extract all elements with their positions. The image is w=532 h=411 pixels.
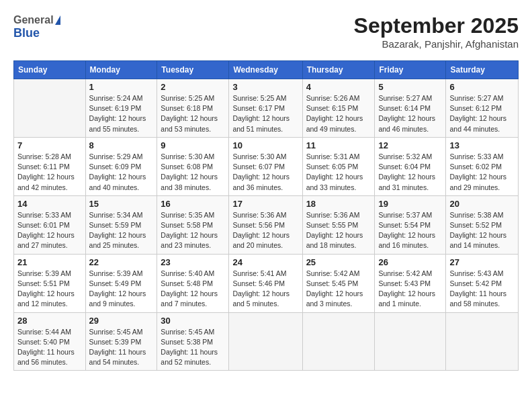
day-number: 9 xyxy=(161,140,225,150)
day-number: 13 xyxy=(449,140,515,150)
calendar-week-row: 14Sunrise: 5:33 AM Sunset: 6:01 PM Dayli… xyxy=(14,195,519,254)
logo: General Blue xyxy=(13,13,60,41)
day-info: Sunrise: 5:45 AM Sunset: 5:39 PM Dayligh… xyxy=(89,327,154,368)
calendar-week-row: 1Sunrise: 5:24 AM Sunset: 6:19 PM Daylig… xyxy=(14,79,519,138)
calendar-day-cell: 21Sunrise: 5:39 AM Sunset: 5:51 PM Dayli… xyxy=(14,254,86,312)
day-info: Sunrise: 5:25 AM Sunset: 6:18 PM Dayligh… xyxy=(161,93,225,134)
calendar-weekday-header: Wednesday xyxy=(229,61,302,79)
day-info: Sunrise: 5:37 AM Sunset: 5:54 PM Dayligh… xyxy=(378,210,442,251)
day-info: Sunrise: 5:27 AM Sunset: 6:12 PM Dayligh… xyxy=(449,93,515,134)
day-info: Sunrise: 5:42 AM Sunset: 5:43 PM Dayligh… xyxy=(378,269,442,310)
logo-icon xyxy=(55,15,60,25)
calendar-weekday-header: Thursday xyxy=(302,61,375,79)
day-info: Sunrise: 5:26 AM Sunset: 6:15 PM Dayligh… xyxy=(306,93,371,134)
day-info: Sunrise: 5:24 AM Sunset: 6:19 PM Dayligh… xyxy=(89,93,154,134)
day-number: 3 xyxy=(232,82,298,92)
calendar-day-cell: 5Sunrise: 5:27 AM Sunset: 6:14 PM Daylig… xyxy=(375,79,446,138)
day-info: Sunrise: 5:38 AM Sunset: 5:52 PM Dayligh… xyxy=(449,210,515,251)
day-info: Sunrise: 5:39 AM Sunset: 5:51 PM Dayligh… xyxy=(17,269,82,310)
calendar-day-cell: 14Sunrise: 5:33 AM Sunset: 6:01 PM Dayli… xyxy=(14,195,86,254)
day-number: 27 xyxy=(449,257,515,267)
calendar-day-cell: 16Sunrise: 5:35 AM Sunset: 5:58 PM Dayli… xyxy=(157,195,229,254)
day-number: 8 xyxy=(89,140,154,150)
day-info: Sunrise: 5:44 AM Sunset: 5:40 PM Dayligh… xyxy=(17,327,82,368)
logo-blue-text: Blue xyxy=(13,26,60,41)
month-title: September 2025 xyxy=(354,13,519,38)
calendar-day-cell: 25Sunrise: 5:42 AM Sunset: 5:45 PM Dayli… xyxy=(302,254,375,312)
calendar-day-cell: 18Sunrise: 5:36 AM Sunset: 5:55 PM Dayli… xyxy=(302,195,375,254)
day-info: Sunrise: 5:36 AM Sunset: 5:56 PM Dayligh… xyxy=(232,210,298,251)
day-info: Sunrise: 5:30 AM Sunset: 6:08 PM Dayligh… xyxy=(161,152,225,193)
calendar-day-cell: 7Sunrise: 5:28 AM Sunset: 6:11 PM Daylig… xyxy=(14,137,86,195)
day-info: Sunrise: 5:42 AM Sunset: 5:45 PM Dayligh… xyxy=(306,269,371,310)
calendar-day-cell xyxy=(302,312,375,371)
day-info: Sunrise: 5:33 AM Sunset: 6:01 PM Dayligh… xyxy=(17,210,82,251)
calendar-day-cell: 20Sunrise: 5:38 AM Sunset: 5:52 PM Dayli… xyxy=(446,195,519,254)
day-number: 15 xyxy=(89,199,154,209)
calendar-week-row: 7Sunrise: 5:28 AM Sunset: 6:11 PM Daylig… xyxy=(14,137,519,195)
day-number: 23 xyxy=(161,257,225,267)
day-number: 19 xyxy=(378,199,442,209)
day-number: 18 xyxy=(306,199,371,209)
day-info: Sunrise: 5:29 AM Sunset: 6:09 PM Dayligh… xyxy=(89,152,154,193)
day-number: 4 xyxy=(306,82,371,92)
calendar-day-cell: 3Sunrise: 5:25 AM Sunset: 6:17 PM Daylig… xyxy=(229,79,302,138)
calendar-day-cell xyxy=(375,312,446,371)
day-number: 26 xyxy=(378,257,442,267)
calendar-table: SundayMondayTuesdayWednesdayThursdayFrid… xyxy=(13,60,519,371)
page-header: General Blue September 2025 Bazarak, Pan… xyxy=(13,13,519,50)
day-info: Sunrise: 5:34 AM Sunset: 5:59 PM Dayligh… xyxy=(89,210,154,251)
day-number: 6 xyxy=(449,82,515,92)
calendar-day-cell: 10Sunrise: 5:30 AM Sunset: 6:07 PM Dayli… xyxy=(229,137,302,195)
calendar-weekday-header: Tuesday xyxy=(157,61,229,79)
calendar-day-cell: 22Sunrise: 5:39 AM Sunset: 5:49 PM Dayli… xyxy=(85,254,157,312)
calendar-day-cell: 11Sunrise: 5:31 AM Sunset: 6:05 PM Dayli… xyxy=(302,137,375,195)
calendar-body: 1Sunrise: 5:24 AM Sunset: 6:19 PM Daylig… xyxy=(14,79,519,371)
day-info: Sunrise: 5:41 AM Sunset: 5:46 PM Dayligh… xyxy=(232,269,298,310)
calendar-day-cell: 2Sunrise: 5:25 AM Sunset: 6:18 PM Daylig… xyxy=(157,79,229,138)
calendar-day-cell: 23Sunrise: 5:40 AM Sunset: 5:48 PM Dayli… xyxy=(157,254,229,312)
calendar-day-cell: 13Sunrise: 5:33 AM Sunset: 6:02 PM Dayli… xyxy=(446,137,519,195)
calendar-day-cell: 24Sunrise: 5:41 AM Sunset: 5:46 PM Dayli… xyxy=(229,254,302,312)
day-info: Sunrise: 5:43 AM Sunset: 5:42 PM Dayligh… xyxy=(449,269,515,310)
calendar-day-cell: 8Sunrise: 5:29 AM Sunset: 6:09 PM Daylig… xyxy=(85,137,157,195)
day-number: 2 xyxy=(161,82,225,92)
calendar-day-cell: 1Sunrise: 5:24 AM Sunset: 6:19 PM Daylig… xyxy=(85,79,157,138)
day-info: Sunrise: 5:33 AM Sunset: 6:02 PM Dayligh… xyxy=(449,152,515,193)
calendar-day-cell: 27Sunrise: 5:43 AM Sunset: 5:42 PM Dayli… xyxy=(446,254,519,312)
day-number: 16 xyxy=(161,199,225,209)
title-section: September 2025 Bazarak, Panjshir, Afghan… xyxy=(354,13,519,50)
calendar-day-cell: 29Sunrise: 5:45 AM Sunset: 5:39 PM Dayli… xyxy=(85,312,157,371)
day-number: 17 xyxy=(232,199,298,209)
calendar-weekday-header: Monday xyxy=(85,61,157,79)
day-info: Sunrise: 5:45 AM Sunset: 5:38 PM Dayligh… xyxy=(161,327,225,368)
day-info: Sunrise: 5:39 AM Sunset: 5:49 PM Dayligh… xyxy=(89,269,154,310)
day-info: Sunrise: 5:30 AM Sunset: 6:07 PM Dayligh… xyxy=(232,152,298,193)
calendar-week-row: 21Sunrise: 5:39 AM Sunset: 5:51 PM Dayli… xyxy=(14,254,519,312)
logo-general-text: General xyxy=(13,13,54,26)
day-number: 20 xyxy=(449,199,515,209)
day-number: 29 xyxy=(89,316,154,326)
calendar-day-cell xyxy=(446,312,519,371)
day-number: 10 xyxy=(232,140,298,150)
day-number: 25 xyxy=(306,257,371,267)
day-number: 28 xyxy=(17,316,82,326)
calendar-day-cell xyxy=(14,79,86,138)
calendar-week-row: 28Sunrise: 5:44 AM Sunset: 5:40 PM Dayli… xyxy=(14,312,519,371)
day-number: 12 xyxy=(378,140,442,150)
day-info: Sunrise: 5:32 AM Sunset: 6:04 PM Dayligh… xyxy=(378,152,442,193)
calendar-day-cell: 9Sunrise: 5:30 AM Sunset: 6:08 PM Daylig… xyxy=(157,137,229,195)
day-info: Sunrise: 5:27 AM Sunset: 6:14 PM Dayligh… xyxy=(378,93,442,134)
calendar-weekday-header: Sunday xyxy=(14,61,86,79)
day-number: 14 xyxy=(17,199,82,209)
day-info: Sunrise: 5:25 AM Sunset: 6:17 PM Dayligh… xyxy=(232,93,298,134)
calendar-day-cell: 4Sunrise: 5:26 AM Sunset: 6:15 PM Daylig… xyxy=(302,79,375,138)
calendar-day-cell: 30Sunrise: 5:45 AM Sunset: 5:38 PM Dayli… xyxy=(157,312,229,371)
day-info: Sunrise: 5:40 AM Sunset: 5:48 PM Dayligh… xyxy=(161,269,225,310)
day-info: Sunrise: 5:35 AM Sunset: 5:58 PM Dayligh… xyxy=(161,210,225,251)
calendar-day-cell: 12Sunrise: 5:32 AM Sunset: 6:04 PM Dayli… xyxy=(375,137,446,195)
day-number: 30 xyxy=(161,316,225,326)
calendar-header-row: SundayMondayTuesdayWednesdayThursdayFrid… xyxy=(14,61,519,79)
calendar-day-cell xyxy=(229,312,302,371)
day-number: 22 xyxy=(89,257,154,267)
